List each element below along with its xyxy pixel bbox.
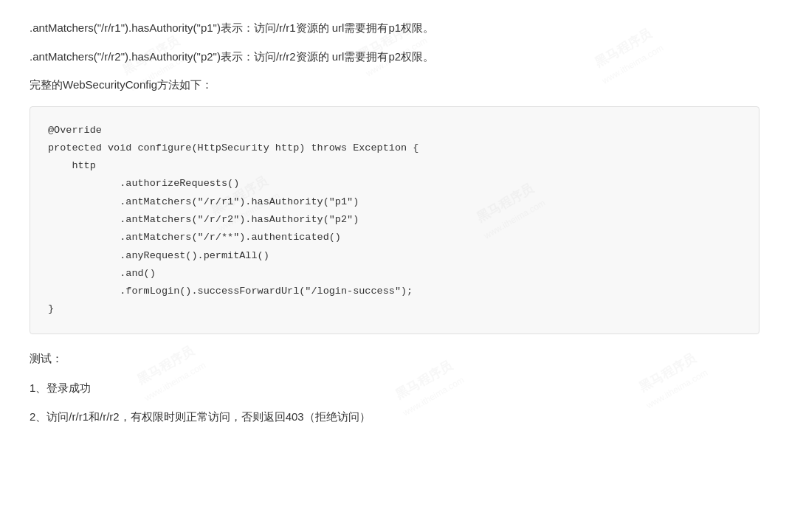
test-title: 测试： xyxy=(30,349,759,368)
main-content: .antMatchers("/r/r1").hasAuthority("p1")… xyxy=(30,18,759,426)
line-2: .antMatchers("/r/r2").hasAuthority("p2")… xyxy=(30,46,759,66)
section-title: 完整的WebSecurityConfig方法如下： xyxy=(30,75,759,94)
test-item-1: 1、登录成功 xyxy=(30,378,759,398)
code-block: @Override protected void configure(HttpS… xyxy=(30,106,759,334)
test-section: 测试： 1、登录成功 2、访问/r/r1和/r/r2，有权限时则正常访问，否则返… xyxy=(30,349,759,427)
line-1: .antMatchers("/r/r1").hasAuthority("p1")… xyxy=(30,18,759,38)
test-item-2: 2、访问/r/r1和/r/r2，有权限时则正常访问，否则返回403（拒绝访问） xyxy=(30,407,759,426)
